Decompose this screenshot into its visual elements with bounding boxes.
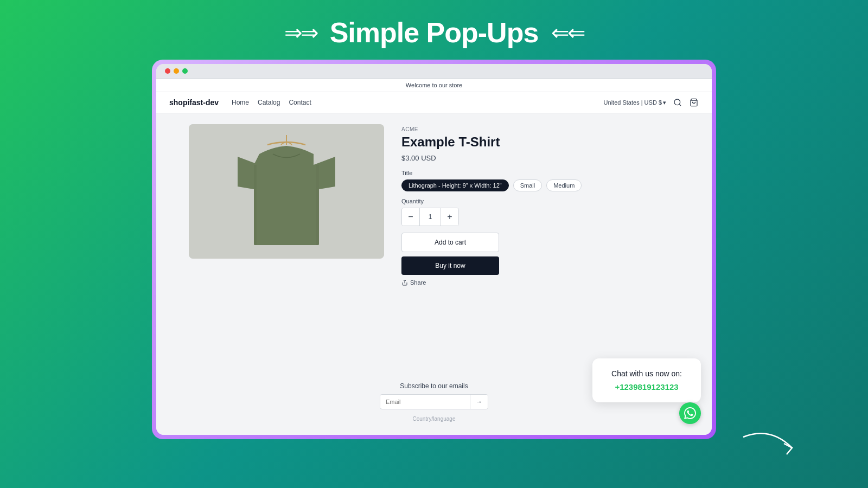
browser-dot-close (165, 68, 170, 74)
chevron-down-icon: ▾ (663, 99, 666, 106)
share-text: Share (410, 279, 426, 286)
product-section: ACME Example T-Shirt $3.00 USD Title Lit… (189, 124, 679, 374)
region-selector[interactable]: United States | USD $ ▾ (604, 99, 666, 106)
browser-inner: Welcome to our store shopifast-dev Home … (156, 64, 712, 435)
search-icon[interactable] (673, 98, 682, 107)
store-logo: shopifast-dev (169, 98, 219, 107)
svg-point-0 (674, 99, 680, 105)
variant-medium[interactable]: Medium (546, 179, 582, 191)
quantity-increase-button[interactable]: + (441, 208, 458, 226)
product-brand: ACME (401, 126, 679, 132)
product-image (189, 124, 384, 259)
buy-now-button[interactable]: Buy it now (401, 256, 499, 275)
browser-dot-minimize (174, 68, 179, 74)
nav-catalog[interactable]: Catalog (258, 99, 280, 106)
page-title: Simple Pop-Ups (330, 16, 539, 49)
share-icon (401, 279, 408, 286)
quantity-control: − 1 + (401, 208, 459, 226)
nav-home[interactable]: Home (232, 99, 249, 106)
browser-chrome (156, 64, 712, 79)
variant-label: Title (401, 170, 679, 176)
chat-popup-phone[interactable]: +1239819123123 (605, 382, 688, 391)
deco-arrow-bottom-right (738, 421, 803, 466)
variant-lithograph[interactable]: Lithograph - Height: 9" x Width: 12" (401, 179, 509, 191)
variant-small[interactable]: Small (513, 179, 542, 191)
left-arrows-icon: ⇒⇒ (284, 20, 317, 45)
whatsapp-fab[interactable] (679, 402, 701, 424)
browser-frame: Welcome to our store shopifast-dev Home … (152, 60, 716, 439)
region-text: United States | USD $ (604, 99, 662, 106)
product-title: Example T-Shirt (401, 134, 679, 150)
browser-dot-fullscreen (182, 68, 188, 74)
product-details: ACME Example T-Shirt $3.00 USD Title Lit… (401, 124, 679, 374)
quantity-decrease-button[interactable]: − (402, 208, 419, 226)
chat-popup-title: Chat with us now on: (605, 369, 688, 378)
product-image-container (189, 124, 384, 374)
share-link[interactable]: Share (401, 279, 679, 286)
quantity-label: Quantity (401, 198, 679, 204)
svg-rect-5 (254, 165, 319, 245)
subscribe-form: → (380, 394, 488, 409)
product-price: $3.00 USD (401, 154, 679, 162)
whatsapp-icon (684, 407, 696, 419)
email-input[interactable] (380, 395, 470, 408)
variant-options: Lithograph - Height: 9" x Width: 12" Sma… (401, 179, 679, 191)
subscribe-button[interactable]: → (470, 395, 488, 409)
nav-right: United States | USD $ ▾ (604, 98, 699, 107)
quantity-value: 1 (419, 208, 441, 226)
announcement-text: Welcome to our store (406, 82, 462, 88)
right-arrows-icon: ⇐⇐ (551, 20, 584, 45)
chat-popup: Chat with us now on: +1239819123123 (592, 358, 701, 402)
announcement-bar: Welcome to our store (156, 79, 712, 92)
store-footer: Country/language (189, 414, 679, 424)
add-to-cart-button[interactable]: Add to cart (401, 233, 499, 252)
cart-icon[interactable] (689, 98, 699, 107)
header-area: ⇒⇒ Simple Pop-Ups ⇐⇐ (0, 0, 868, 60)
nav-links: Home Catalog Contact (232, 99, 311, 106)
nav-contact[interactable]: Contact (289, 99, 311, 106)
store-nav: shopifast-dev Home Catalog Contact Unite… (156, 92, 712, 113)
